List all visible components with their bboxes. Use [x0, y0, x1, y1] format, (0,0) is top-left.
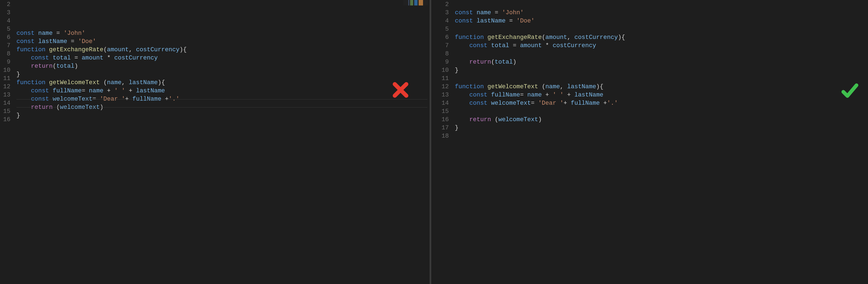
token-pun: )	[100, 104, 103, 111]
token-op: =	[56, 30, 63, 37]
code-area[interactable]: const name = 'John'const lastName = 'Doe…	[17, 0, 430, 284]
token-pun: }	[455, 67, 458, 74]
editor-side-by-side: 2345678910111213141516 const name = 'Joh…	[0, 0, 868, 284]
line-number: 16	[0, 116, 17, 124]
code-line[interactable]: return (welcomeText)	[17, 103, 430, 112]
code-line[interactable]: const fullName= name + ' ' + lastName	[455, 91, 868, 99]
line-number: 4	[0, 17, 17, 25]
token-str: 'John'	[502, 9, 524, 16]
token-pun	[17, 96, 31, 102]
line-number: 10	[438, 66, 455, 74]
token-kw: const	[31, 96, 53, 102]
token-pun: {	[621, 34, 625, 41]
code-line[interactable]	[17, 21, 430, 29]
code-line[interactable]: }	[17, 112, 430, 120]
code-line[interactable]	[17, 120, 430, 128]
token-str: 'Dear '	[100, 96, 125, 102]
token-pun	[455, 92, 469, 98]
token-op: +	[129, 88, 136, 94]
code-line[interactable]: function getExchangeRate(amount, costCur…	[17, 46, 430, 54]
code-line[interactable]: const lastName = 'Doe'	[17, 37, 430, 46]
token-var: fullName	[132, 96, 165, 102]
code-line[interactable]: }	[17, 70, 430, 79]
code-line[interactable]: const total = amount * costCurrency	[17, 54, 430, 62]
token-kw: function	[17, 79, 49, 86]
token-ret: return	[469, 116, 495, 123]
token-pun: )	[179, 46, 183, 53]
code-line[interactable]: const total = amount * costCurrency	[455, 42, 868, 50]
token-var: total	[53, 55, 74, 61]
token-pun	[455, 59, 469, 65]
token-ret: return	[469, 59, 491, 65]
token-var: lastName	[38, 38, 71, 45]
line-number: 15	[0, 107, 17, 116]
code-line[interactable]: function getExchangeRate(amount, costCur…	[455, 33, 868, 42]
token-kw: const	[17, 38, 38, 45]
token-var: welcomeText	[60, 104, 100, 111]
editor-panel-left[interactable]: 2345678910111213141516 const name = 'Joh…	[0, 0, 430, 284]
token-pun: (	[53, 63, 56, 70]
code-line[interactable]	[455, 1, 868, 9]
code-line[interactable]: const lastName = 'Doe'	[455, 17, 868, 25]
editor-panel-right[interactable]: 23456789101112131415161718 const name = …	[438, 0, 868, 284]
code-line[interactable]	[455, 25, 868, 33]
token-var: welcomeText	[491, 100, 531, 107]
code-line[interactable]	[17, 136, 430, 145]
line-number: 3	[438, 9, 455, 17]
code-line[interactable]: function getWelcomeText (name, lastName)…	[17, 79, 430, 87]
line-number: 7	[438, 42, 455, 50]
code-line[interactable]	[455, 50, 868, 58]
code-line[interactable]	[455, 107, 868, 116]
token-var: name	[476, 9, 495, 16]
code-line[interactable]	[17, 128, 430, 136]
token-var: name	[546, 83, 560, 90]
code-line[interactable]: }	[455, 66, 868, 74]
token-var: lastName	[575, 92, 603, 98]
token-pun: ,	[567, 34, 574, 41]
code-area[interactable]: const name = 'John'const lastName = 'Doe…	[455, 0, 868, 284]
line-number: 17	[438, 124, 455, 132]
token-pun: )	[618, 34, 621, 41]
token-op: *	[107, 55, 114, 61]
code-line[interactable]: return(total)	[455, 58, 868, 66]
token-var: amount	[546, 34, 567, 41]
code-line[interactable]	[455, 132, 868, 140]
token-kw: const	[17, 30, 38, 37]
token-var: fullName	[571, 100, 603, 107]
line-number: 8	[0, 50, 17, 58]
token-var: lastName	[129, 79, 158, 86]
code-line[interactable]: function getWelcomeText (name, lastName)…	[455, 83, 868, 91]
token-fn: getExchangeRate	[49, 46, 103, 53]
token-str: 'John'	[64, 30, 85, 37]
line-number: 9	[0, 58, 17, 66]
token-op: =	[531, 100, 538, 107]
line-number: 12	[438, 83, 455, 91]
token-pun: (	[103, 79, 107, 86]
token-op: *	[546, 42, 553, 49]
code-line[interactable]: const welcomeText= 'Dear '+ fullName +'.…	[17, 95, 430, 103]
token-var: name	[107, 79, 122, 86]
code-line[interactable]: return (welcomeText)	[455, 116, 868, 124]
line-number-gutter: 23456789101112131415161718	[438, 0, 455, 284]
code-line[interactable]: }	[455, 124, 868, 132]
code-line[interactable]: const welcomeText= 'Dear '+ fullName +'.…	[455, 99, 868, 107]
token-pun: {	[161, 79, 165, 86]
token-var: fullName	[53, 88, 82, 94]
code-line[interactable]: const name = 'John'	[455, 9, 868, 17]
token-var: total	[495, 59, 513, 65]
token-var: name	[38, 30, 56, 37]
line-number: 14	[438, 99, 455, 107]
code-line[interactable]	[455, 74, 868, 83]
code-line[interactable]: const fullName= name + ' ' + lastName	[17, 87, 430, 95]
code-line[interactable]: const name = 'John'	[17, 29, 430, 37]
token-str: 'Doe'	[516, 18, 534, 24]
token-pun: {	[183, 46, 187, 53]
token-pun: (	[491, 59, 495, 65]
line-number: 6	[0, 33, 17, 42]
token-var: total	[56, 63, 74, 70]
token-pun: )	[596, 83, 600, 90]
code-line[interactable]: return(total)	[17, 62, 430, 70]
minimap[interactable]	[403, 0, 428, 5]
token-op: =	[82, 88, 89, 94]
token-op: =	[520, 92, 527, 98]
